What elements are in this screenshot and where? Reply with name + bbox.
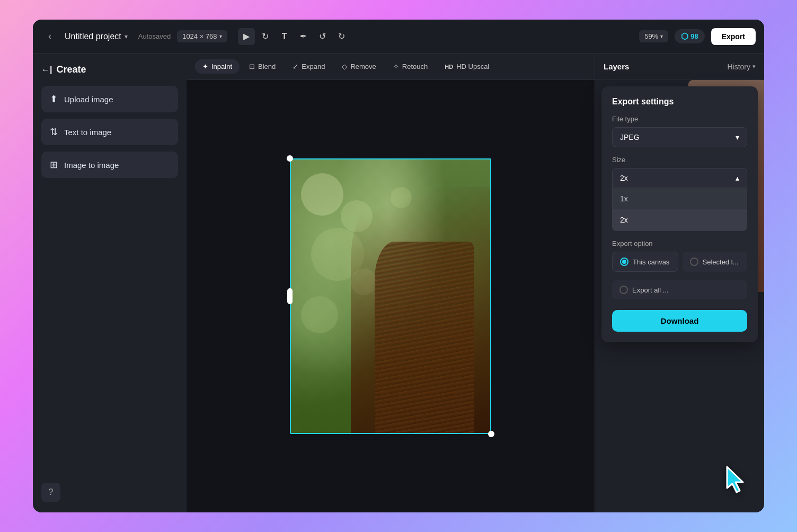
- inpaint-tool-button[interactable]: ✦ Inpaint: [195, 59, 240, 74]
- autosaved-status: Autosaved: [138, 32, 171, 40]
- export-all-radio: [619, 286, 628, 294]
- export-all-button[interactable]: Export all ...: [612, 280, 747, 299]
- topbar-right: 59% ▾ ⬡ 98 Export: [639, 28, 756, 45]
- retouch-tool-button[interactable]: ✧ Retouch: [386, 59, 435, 74]
- file-type-label: File type: [612, 115, 747, 123]
- project-title-text: Untitled project: [65, 32, 121, 41]
- selected-option[interactable]: Selected l...: [683, 252, 748, 272]
- help-button[interactable]: ?: [41, 483, 60, 502]
- handle-top-left[interactable]: [287, 155, 293, 162]
- sidebar-title-text: Create: [56, 64, 86, 75]
- upload-image-button[interactable]: ⬆ Upload image: [41, 86, 178, 112]
- history-button[interactable]: History ▾: [727, 63, 756, 71]
- text-to-image-label: Text to image: [64, 128, 111, 137]
- right-panel: Layers History ▾ Export settings File ty…: [595, 54, 764, 512]
- upload-image-label: Upload image: [64, 95, 113, 104]
- retouch-icon: ✧: [393, 63, 399, 70]
- file-type-select[interactable]: JPEG ▾: [612, 127, 747, 147]
- back-icon: ‹: [48, 31, 51, 42]
- remove-icon: ◇: [342, 63, 347, 70]
- size-value: 2x: [620, 174, 628, 182]
- inpaint-label: Inpaint: [211, 63, 232, 70]
- project-title-button[interactable]: Untitled project ▾: [65, 32, 128, 41]
- expand-icon: ⤢: [293, 63, 298, 70]
- this-canvas-radio-dot: [622, 260, 626, 264]
- topbar: ‹ Untitled project ▾ Autosaved 1024 × 76…: [33, 20, 764, 54]
- text-to-image-icon: ⇅: [50, 126, 58, 138]
- credits-icon: ⬡: [681, 31, 688, 41]
- right-panel-header: Layers History ▾: [595, 54, 764, 80]
- export-option-label: Export option: [612, 240, 747, 247]
- layers-tab[interactable]: Layers: [604, 62, 629, 71]
- blend-tool-button[interactable]: ⊡ Blend: [242, 59, 283, 74]
- zoom-selector[interactable]: 59% ▾: [639, 30, 668, 42]
- sidebar-back-icon: ←|: [41, 65, 52, 75]
- handle-left-side[interactable]: [287, 288, 293, 304]
- size-select-open[interactable]: 2x ▴: [612, 168, 747, 188]
- back-button[interactable]: ‹: [41, 28, 58, 45]
- toolbar-tools: ▶ ↻ T ✒ ↺ ↻: [238, 28, 350, 45]
- export-settings-title: Export settings: [612, 97, 747, 107]
- sidebar-title: ←| Create: [41, 64, 178, 75]
- undo-button[interactable]: ↺: [314, 28, 331, 45]
- upload-image-icon: ⬆: [50, 93, 58, 105]
- this-canvas-label: This canvas: [633, 258, 669, 266]
- sidebar: ←| Create ⬆ Upload image ⇅ Text to image…: [33, 54, 187, 512]
- dimensions-chevron-icon: ▾: [219, 33, 222, 39]
- cursor-arrow: [723, 465, 748, 496]
- this-canvas-option[interactable]: This canvas: [612, 252, 678, 272]
- text-to-image-button[interactable]: ⇅ Text to image: [41, 119, 178, 145]
- expand-tool-button[interactable]: ⤢ Expand: [285, 59, 332, 74]
- export-button[interactable]: Export: [711, 28, 756, 45]
- download-button[interactable]: Download: [612, 310, 747, 332]
- blend-label: Blend: [258, 63, 276, 70]
- image-to-image-button[interactable]: ⊞ Image to image: [41, 152, 178, 178]
- bokeh-1: [301, 173, 343, 216]
- history-chevron-icon: ▾: [752, 63, 756, 70]
- canvas-image-container: [290, 158, 491, 434]
- upscal-tool-button[interactable]: HD HD Upscal: [437, 59, 497, 74]
- upscal-label: HD Upscal: [456, 63, 489, 70]
- selected-label: Selected l...: [703, 258, 739, 266]
- size-dropdown: 1x 2x: [612, 188, 747, 231]
- credits-count: 98: [690, 32, 698, 40]
- sidebar-bottom: ?: [41, 483, 178, 502]
- remove-label: Remove: [350, 63, 376, 70]
- canvas-workspace[interactable]: [187, 80, 595, 512]
- history-label: History: [727, 63, 750, 71]
- blend-icon: ⊡: [249, 63, 255, 70]
- handle-bottom-right[interactable]: [488, 431, 494, 437]
- remove-tool-button[interactable]: ◇ Remove: [334, 59, 383, 74]
- export-all-label: Export all ...: [632, 286, 669, 294]
- select-tool-button[interactable]: ▶: [238, 28, 255, 45]
- export-settings-panel: Export settings File type JPEG ▾ Size 2x…: [601, 86, 758, 342]
- canvas-area: ✦ Inpaint ⊡ Blend ⤢ Expand ◇ Remove ✧: [187, 54, 595, 512]
- zoom-chevron-icon: ▾: [660, 33, 663, 39]
- size-option-2x[interactable]: 2x: [613, 209, 747, 230]
- size-label: Size: [612, 156, 747, 164]
- size-chevron-icon: ▴: [736, 174, 739, 182]
- image-to-image-icon: ⊞: [50, 159, 58, 171]
- retouch-label: Retouch: [402, 63, 428, 70]
- pen-tool-button[interactable]: ✒: [295, 28, 312, 45]
- export-option-group: This canvas Selected l...: [612, 252, 747, 272]
- zoom-value: 59%: [644, 32, 658, 40]
- selected-radio: [690, 258, 698, 266]
- app-window: ‹ Untitled project ▾ Autosaved 1024 × 76…: [33, 20, 764, 512]
- file-type-chevron-icon: ▾: [736, 133, 739, 141]
- file-type-value: JPEG: [620, 133, 640, 141]
- expand-label: Expand: [302, 63, 325, 70]
- dimensions-value: 1024 × 768: [182, 32, 217, 40]
- text-tool-button[interactable]: T: [276, 28, 293, 45]
- dimensions-selector[interactable]: 1024 × 768 ▾: [177, 30, 227, 42]
- this-canvas-radio: [620, 258, 628, 266]
- redo-button[interactable]: ↻: [333, 28, 350, 45]
- export-settings-footer: Download: [612, 310, 747, 332]
- credits-badge: ⬡ 98: [675, 29, 704, 43]
- bokeh-6: [301, 296, 338, 333]
- rotate-tool-button[interactable]: ↻: [257, 28, 274, 45]
- main-content: ←| Create ⬆ Upload image ⇅ Text to image…: [33, 54, 764, 512]
- canvas-image: [290, 158, 491, 434]
- size-option-1x[interactable]: 1x: [613, 188, 747, 209]
- inpaint-icon: ✦: [202, 63, 208, 70]
